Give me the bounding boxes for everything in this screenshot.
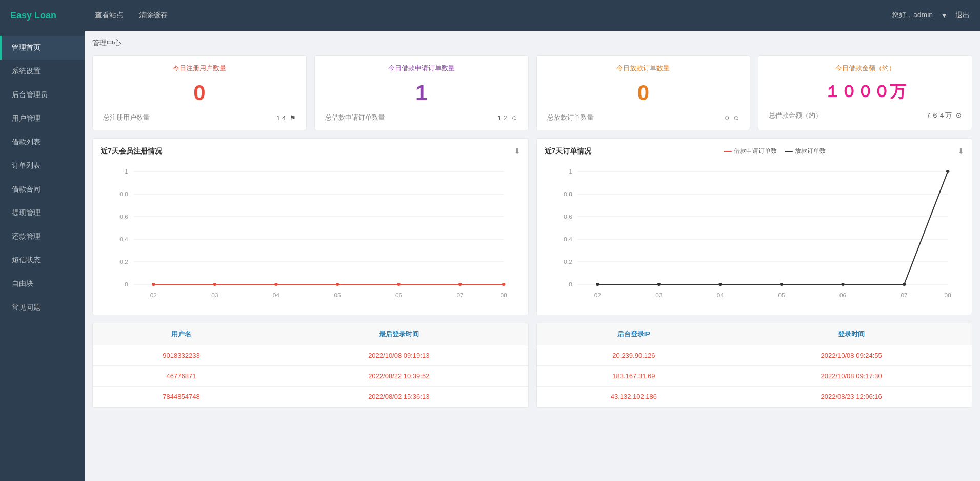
charts-row: 近7天会员注册情况 ⬇ 1 0.8 0.6 0.4 0.2: [92, 138, 972, 315]
stat-footer-value-0: 1 4 ⚑: [276, 114, 296, 122]
table-right: 后台登录IP 登录时间 20.239.90.126 2022/10/08 09:…: [536, 323, 973, 408]
login-table: 用户名 最后登录时间 9018332233 2022/10/08 09:19:1…: [93, 323, 528, 407]
svg-text:04: 04: [273, 292, 280, 298]
stat-footer-label-2: 总放款订单数量: [547, 113, 594, 122]
col-last-login: 最后登录时间: [270, 323, 528, 345]
svg-text:07: 07: [901, 292, 907, 298]
sidebar-item-dashboard[interactable]: 管理首页: [0, 36, 85, 60]
stat-footer-label-3: 总借款金额（约）: [769, 111, 822, 120]
svg-point-48: [779, 283, 783, 286]
chart-left-title: 近7天会员注册情况: [101, 147, 162, 156]
login-time-0: 2022/10/08 09:24:55: [731, 345, 972, 366]
col-ip: 后台登录IP: [537, 323, 731, 345]
sidebar-item-label: 管理首页: [12, 43, 41, 51]
svg-text:06: 06: [395, 292, 402, 298]
svg-text:1: 1: [125, 168, 128, 175]
svg-point-47: [718, 283, 722, 286]
stat-card-loan-orders: 今日借款申请订单数量 1 总借款申请订单数量 1 2 ☺: [314, 55, 529, 130]
stat-card-title-3: 今日借款金额（约）: [769, 64, 962, 73]
chart-right-header: 近7天订单情况 借款申请订单数 放款订单数 ⬇: [545, 146, 965, 156]
sidebar-item-label: 借款列表: [12, 138, 41, 146]
svg-point-19: [152, 283, 155, 286]
download-icon-right[interactable]: ⬇: [957, 146, 964, 156]
sidebar-item-label: 用户管理: [12, 114, 41, 122]
sidebar-item-loans[interactable]: 借款列表: [0, 130, 85, 154]
ip-0: 20.239.90.126: [537, 345, 731, 366]
legend-release: 放款订单数: [785, 147, 826, 156]
stat-card-footer-3: 总借款金额（约） ７６４万 ⊙: [769, 111, 962, 120]
table-row: 46776871 2022/08/22 10:39:52: [93, 366, 528, 387]
clear-cache-link[interactable]: 清除缓存: [139, 11, 168, 20]
stat-footer-value-2: 0 ☺: [725, 114, 739, 122]
chart-legend: 借款申请订单数 放款订单数: [724, 147, 826, 156]
stat-card-title-2: 今日放款订单数量: [547, 64, 740, 73]
sidebar-item-repayment[interactable]: 还款管理: [0, 225, 85, 248]
svg-text:0.4: 0.4: [119, 236, 128, 242]
login-time-1: 2022/10/08 09:17:30: [731, 366, 972, 387]
svg-point-25: [502, 283, 505, 286]
sidebar-item-freeblock[interactable]: 自由块: [0, 272, 85, 296]
svg-point-45: [596, 283, 599, 286]
chart-left: 近7天会员注册情况 ⬇ 1 0.8 0.6 0.4 0.2: [92, 138, 529, 315]
svg-point-24: [458, 283, 462, 286]
svg-text:0.2: 0.2: [119, 259, 128, 265]
svg-text:0.4: 0.4: [564, 236, 572, 242]
legend-loan-label: 借款申请订单数: [734, 147, 777, 156]
sidebar-item-label: 后台管理员: [12, 90, 48, 99]
table-left: 用户名 最后登录时间 9018332233 2022/10/08 09:19:1…: [92, 323, 529, 408]
svg-text:03: 03: [655, 292, 662, 298]
stat-footer-value-1: 1 2 ☺: [498, 114, 518, 122]
last-login-0: 2022/10/08 09:19:13: [270, 345, 528, 366]
table-header-right: 后台登录IP 登录时间: [537, 323, 972, 345]
svg-text:08: 08: [944, 292, 951, 298]
table-row: 9018332233 2022/10/08 09:19:13: [93, 345, 528, 366]
svg-point-50: [902, 283, 905, 286]
svg-text:05: 05: [334, 292, 341, 298]
sidebar-item-system[interactable]: 系统设置: [0, 60, 85, 83]
sidebar: 管理首页 系统设置 后台管理员 用户管理 借款列表 订单列表 借款合同 提现管理…: [0, 31, 85, 481]
col-login-time: 登录时间: [731, 323, 972, 345]
username-1: 46776871: [93, 366, 270, 387]
svg-text:07: 07: [457, 292, 464, 298]
svg-text:0: 0: [125, 281, 128, 287]
stat-card-title-0: 今日注册用户数量: [103, 64, 296, 73]
table-row: 7844854748 2022/08/02 15:36:13: [93, 387, 528, 407]
stat-card-title-1: 今日借款申请订单数量: [325, 64, 518, 73]
sidebar-item-label: 订单列表: [12, 161, 41, 169]
stat-card-footer-0: 总注册用户数量 1 4 ⚑: [103, 113, 296, 122]
legend-loan: 借款申请订单数: [724, 147, 777, 156]
svg-point-21: [274, 283, 277, 286]
svg-text:0.2: 0.2: [564, 259, 572, 265]
logout-button[interactable]: 退出: [955, 11, 970, 20]
view-site-link[interactable]: 查看站点: [95, 11, 124, 20]
svg-point-51: [946, 170, 949, 173]
sidebar-item-withdrawal[interactable]: 提现管理: [0, 201, 85, 225]
sidebar-item-label: 系统设置: [12, 67, 41, 75]
stat-footer-value-3: ７６４万 ⊙: [925, 111, 962, 120]
svg-text:02: 02: [150, 292, 157, 298]
nav-links: 查看站点 清除缓存: [95, 11, 168, 20]
stat-card-value-0: 0: [103, 81, 296, 105]
ip-2: 43.132.102.186: [537, 387, 731, 407]
svg-text:0: 0: [569, 281, 572, 287]
sidebar-item-orders[interactable]: 订单列表: [0, 154, 85, 178]
sidebar-item-admin[interactable]: 后台管理员: [0, 83, 85, 107]
table-row: 183.167.31.69 2022/10/08 09:17:30: [537, 366, 972, 387]
sidebar-item-faq[interactable]: 常见问题: [0, 296, 85, 319]
download-icon-left[interactable]: ⬇: [514, 146, 521, 156]
svg-text:06: 06: [839, 292, 846, 298]
stat-card-registered: 今日注册用户数量 0 总注册用户数量 1 4 ⚑: [92, 55, 307, 130]
main-content: 管理中心 今日注册用户数量 0 总注册用户数量 1 4 ⚑ 今日借款申请订单数量…: [85, 31, 980, 481]
svg-text:08: 08: [501, 292, 507, 298]
legend-release-label: 放款订单数: [795, 147, 826, 156]
sidebar-item-users[interactable]: 用户管理: [0, 107, 85, 130]
smile-icon-1: ☺: [511, 114, 517, 122]
app-logo: Easy Loan: [10, 10, 95, 21]
stat-card-value-3: １０００万: [769, 81, 962, 103]
sidebar-item-contracts[interactable]: 借款合同: [0, 178, 85, 201]
sidebar-item-sms[interactable]: 短信状态: [0, 248, 85, 272]
top-nav: Easy Loan 查看站点 清除缓存 您好，admin ▼ 退出: [0, 0, 980, 31]
sidebar-item-label: 常见问题: [12, 303, 41, 311]
username-0: 9018332233: [93, 345, 270, 366]
svg-text:0.6: 0.6: [119, 214, 128, 220]
